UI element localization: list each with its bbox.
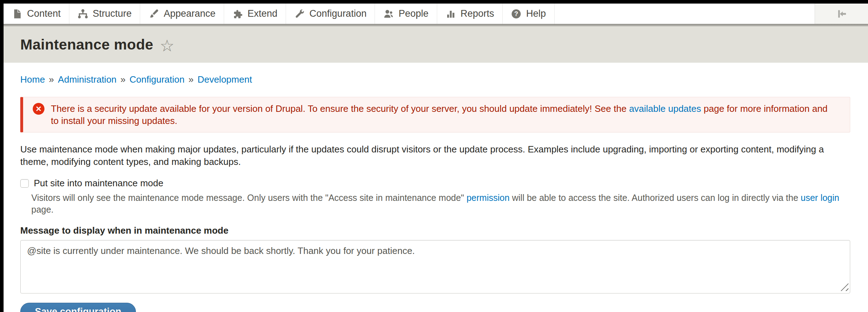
- wrench-icon: [294, 9, 305, 19]
- toolbar-item-configuration[interactable]: Configuration: [286, 4, 375, 24]
- breadcrumb-separator: »: [189, 74, 194, 85]
- toolbar-item-help[interactable]: ?Help: [503, 4, 555, 24]
- toolbar-menu: ContentStructureAppearanceExtendConfigur…: [4, 4, 555, 24]
- toolbar-item-people[interactable]: People: [375, 4, 437, 24]
- breadcrumb-link-configuration[interactable]: Configuration: [129, 74, 185, 85]
- star-icon[interactable]: ☆: [160, 37, 174, 54]
- maintenance-mode-checkbox[interactable]: [20, 179, 29, 188]
- sitemap-icon: [78, 9, 88, 19]
- toolbar-item-label: People: [398, 8, 428, 19]
- toolbar-item-label: Extend: [248, 8, 277, 19]
- error-message: ✕ There is a security update available f…: [20, 97, 850, 132]
- toolbar-item-label: Configuration: [309, 8, 367, 19]
- description-part1: Visitors will only see the maintenance m…: [31, 193, 466, 203]
- people-icon: [383, 9, 394, 19]
- breadcrumb-separator: »: [49, 74, 54, 85]
- toolbar-shadow: [4, 24, 868, 26]
- breadcrumb-link-development[interactable]: Development: [197, 74, 252, 85]
- toolbar-item-label: Help: [526, 8, 546, 19]
- toolbar-item-extend[interactable]: Extend: [224, 4, 286, 24]
- error-text-before: There is a security update available for…: [51, 103, 629, 114]
- toolbar-collapse-button[interactable]: [815, 4, 868, 24]
- page-header: Maintenance mode ☆: [4, 26, 868, 63]
- svg-text:?: ?: [514, 10, 518, 17]
- user-login-link[interactable]: user login: [801, 193, 839, 203]
- toolbar-item-content[interactable]: Content: [4, 4, 69, 24]
- maintenance-mode-label[interactable]: Put site into maintenance mode: [34, 178, 163, 189]
- save-configuration-button[interactable]: Save configuration: [20, 303, 136, 312]
- help-icon: ?: [511, 9, 522, 19]
- message-textarea[interactable]: @site is currently under maintenance. We…: [20, 240, 850, 293]
- message-field-label: Message to display when in maintenance m…: [20, 225, 850, 236]
- maintenance-mode-description: Visitors will only see the maintenance m…: [31, 192, 850, 215]
- permission-link[interactable]: permission: [466, 193, 509, 203]
- description-part2: will be able to access the site. Authori…: [509, 193, 800, 203]
- toolbar-item-reports[interactable]: Reports: [437, 4, 503, 24]
- intro-text: Use maintenance mode when making major u…: [20, 143, 850, 168]
- message-textarea-wrap: @site is currently under maintenance. We…: [20, 240, 850, 293]
- toolbar-item-label: Content: [27, 8, 61, 19]
- toolbar-item-label: Reports: [461, 8, 494, 19]
- toolbar-item-label: Structure: [93, 8, 132, 19]
- breadcrumb: Home»Administration»Configuration»Develo…: [20, 73, 850, 85]
- puzzle-icon: [232, 9, 243, 19]
- toolbar-spacer: [555, 4, 815, 24]
- maintenance-mode-row: Put site into maintenance mode: [20, 178, 850, 189]
- toolbar-item-structure[interactable]: Structure: [69, 4, 141, 24]
- collapse-left-icon: [835, 7, 848, 20]
- toolbar-item-label: Appearance: [164, 8, 216, 19]
- admin-toolbar: ContentStructureAppearanceExtendConfigur…: [4, 4, 868, 24]
- breadcrumb-link-administration[interactable]: Administration: [58, 74, 117, 85]
- error-x-icon: ✕: [33, 103, 44, 115]
- main-content: Home»Administration»Configuration»Develo…: [4, 63, 868, 312]
- page: ContentStructureAppearanceExtendConfigur…: [4, 4, 868, 312]
- page-title: Maintenance mode: [20, 36, 153, 53]
- toolbar-item-appearance[interactable]: Appearance: [140, 4, 224, 24]
- breadcrumb-link-home[interactable]: Home: [20, 74, 45, 85]
- barchart-icon: [445, 9, 456, 19]
- description-part3: page.: [31, 204, 54, 214]
- breadcrumb-separator: »: [121, 74, 126, 85]
- paintbrush-icon: [148, 9, 159, 19]
- available-updates-link[interactable]: available updates: [629, 103, 701, 114]
- file-icon: [12, 9, 22, 19]
